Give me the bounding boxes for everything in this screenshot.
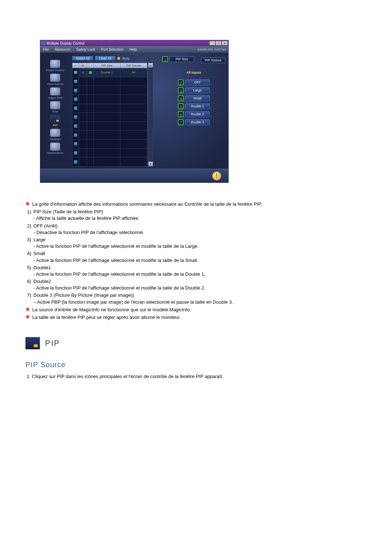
pip-size-options: 2OFF3Large4Small5Double 16Double 27Doubl… bbox=[162, 79, 225, 125]
table-row[interactable] bbox=[73, 86, 147, 95]
sidebar-item-pip[interactable]: PIP bbox=[40, 115, 70, 127]
row-checkbox[interactable] bbox=[74, 142, 77, 145]
table-row[interactable] bbox=[73, 157, 147, 167]
scroll-down-icon[interactable]: ▾ bbox=[148, 162, 153, 166]
section-title: PIP bbox=[45, 338, 60, 349]
row-checkbox[interactable] bbox=[74, 115, 77, 119]
list-sub: - Désactive la fonction PIP de l'afficha… bbox=[33, 230, 144, 235]
table-row[interactable] bbox=[73, 113, 147, 122]
row-checkbox[interactable] bbox=[74, 71, 77, 74]
cell-id bbox=[79, 122, 87, 131]
pip-size-header[interactable]: PIP Size bbox=[170, 56, 194, 62]
row-checkbox[interactable] bbox=[74, 160, 77, 164]
row-checkbox[interactable] bbox=[74, 98, 77, 101]
table-row[interactable]: 0Double 1AV bbox=[73, 68, 147, 77]
pip-size-option: 6Double 2 bbox=[178, 111, 210, 117]
sidebar-item-settings[interactable]: Settings bbox=[40, 129, 70, 141]
cell-status bbox=[87, 140, 94, 149]
pip-size-button[interactable]: Small bbox=[185, 95, 210, 101]
table-row[interactable] bbox=[73, 104, 147, 113]
settings-icon bbox=[50, 129, 60, 137]
scroll-up-icon[interactable]: ▴ bbox=[148, 63, 153, 67]
table-row[interactable] bbox=[73, 95, 147, 104]
grid-scrollbar[interactable]: ▴ ▾ bbox=[148, 63, 153, 167]
cell-id bbox=[79, 104, 87, 113]
sidebar-item-maintenance[interactable]: Maintenance bbox=[40, 143, 70, 155]
table-row[interactable] bbox=[73, 148, 147, 157]
list-sub: - Active la fonction PIP de l'affichage … bbox=[33, 285, 205, 291]
sidebar-item-time[interactable]: Time bbox=[40, 101, 70, 113]
col-id[interactable]: ID bbox=[79, 63, 87, 68]
note-text: La source d'entrée de MagicInfo ne fonct… bbox=[32, 307, 191, 313]
sidebar-item-label: PIP bbox=[40, 124, 70, 127]
pip-size-button[interactable]: Double 3 bbox=[185, 119, 210, 125]
cell-pip-source bbox=[121, 113, 147, 122]
note-line: ✱ La grille d'information affiche des in… bbox=[25, 201, 367, 208]
pip-size-button[interactable]: OFF bbox=[185, 79, 210, 85]
minimize-button[interactable]: _ bbox=[209, 41, 215, 45]
sidebar-item-label: Image Size bbox=[40, 96, 70, 99]
menu-port-selection[interactable]: Port Selection bbox=[98, 48, 126, 52]
cell-id bbox=[79, 131, 87, 140]
pip-source-header[interactable]: PIP Source bbox=[201, 57, 225, 63]
all-inputs-label: All Inputs bbox=[162, 71, 225, 74]
list-item: 3)Large- Active la fonction PIP de l'aff… bbox=[25, 237, 367, 250]
list-title: Large bbox=[33, 237, 45, 242]
maximize-button[interactable]: □ bbox=[216, 41, 221, 45]
row-checkbox[interactable] bbox=[74, 134, 77, 137]
select-all-button[interactable]: Select All bbox=[72, 56, 93, 61]
row-checkbox[interactable] bbox=[74, 89, 77, 92]
description-list: 1)PIP Size (Taille de la fenêtre PIP)- A… bbox=[25, 209, 367, 305]
menu-file[interactable]: File bbox=[40, 48, 52, 52]
menu-safety-lock[interactable]: Safety Lock bbox=[73, 48, 98, 52]
image-size-icon bbox=[50, 87, 60, 95]
table-row[interactable] bbox=[73, 122, 147, 131]
titlebar[interactable]: Multiple Display Control _ □ × bbox=[40, 40, 228, 46]
center-pane: Select All Clear All Busy ✓ ID PIP Size … bbox=[70, 53, 159, 169]
cell-id bbox=[79, 148, 87, 157]
menu-help[interactable]: Help bbox=[126, 48, 140, 52]
pip-size-button[interactable]: Double 1 bbox=[185, 103, 210, 109]
pip-size-option: 4Small bbox=[178, 95, 210, 101]
section-header: PIP bbox=[25, 337, 367, 349]
pip-size-button[interactable]: Double 2 bbox=[185, 111, 210, 117]
cell-status bbox=[87, 68, 94, 77]
warning-icon[interactable]: ! bbox=[212, 172, 221, 180]
cell-id bbox=[79, 140, 87, 149]
table-row[interactable] bbox=[73, 77, 147, 86]
cell-status bbox=[87, 131, 94, 140]
menu-remocon[interactable]: Remocon bbox=[52, 48, 73, 52]
callout-number: 6 bbox=[178, 111, 184, 117]
list-number: 7) bbox=[25, 292, 31, 305]
pip-size-button[interactable]: Large bbox=[185, 87, 210, 93]
clear-all-button[interactable]: Clear All bbox=[95, 56, 115, 61]
sidebar-item-image-size[interactable]: Image Size bbox=[40, 87, 70, 99]
note-text: La taille de la fenêtre PIP peut se régl… bbox=[32, 314, 181, 321]
callout-number: 7 bbox=[178, 119, 184, 125]
busy-indicator-icon bbox=[117, 57, 120, 60]
col-pip-source[interactable]: PIP Source bbox=[121, 63, 147, 68]
table-row[interactable] bbox=[73, 131, 147, 140]
sidebar-item-power-control[interactable]: Power Control bbox=[40, 60, 70, 72]
list-sub: - Active la fonction PIP de l'affichage … bbox=[33, 243, 199, 249]
cell-pip-size bbox=[94, 131, 121, 140]
row-checkbox[interactable] bbox=[74, 80, 77, 83]
maintenance-icon bbox=[50, 143, 60, 151]
table-row[interactable] bbox=[73, 140, 147, 149]
col-status[interactable] bbox=[87, 63, 94, 68]
list-sub: – Active PBP (la fonction image par imag… bbox=[33, 299, 233, 305]
window-title: Multiple Display Control bbox=[46, 41, 85, 45]
col-check[interactable]: ✓ bbox=[73, 63, 79, 68]
row-checkbox[interactable] bbox=[74, 107, 77, 110]
close-button[interactable]: × bbox=[222, 41, 228, 45]
list-title: PIP Size (Taille de la fenêtre PIP) bbox=[33, 209, 103, 214]
cell-pip-source bbox=[121, 157, 147, 167]
pip-size-option: 5Double 1 bbox=[178, 103, 210, 109]
sidebar-item-input-source[interactable]: Input Source bbox=[40, 74, 70, 86]
cell-id bbox=[79, 77, 87, 86]
callout-number: 1 bbox=[162, 56, 168, 62]
row-checkbox[interactable] bbox=[74, 151, 77, 155]
list-item: 2)OFF (Arrêt)- Désactive la fonction PIP… bbox=[25, 223, 367, 236]
row-checkbox[interactable] bbox=[74, 124, 77, 128]
col-pip-size[interactable]: PIP Size bbox=[94, 63, 121, 68]
